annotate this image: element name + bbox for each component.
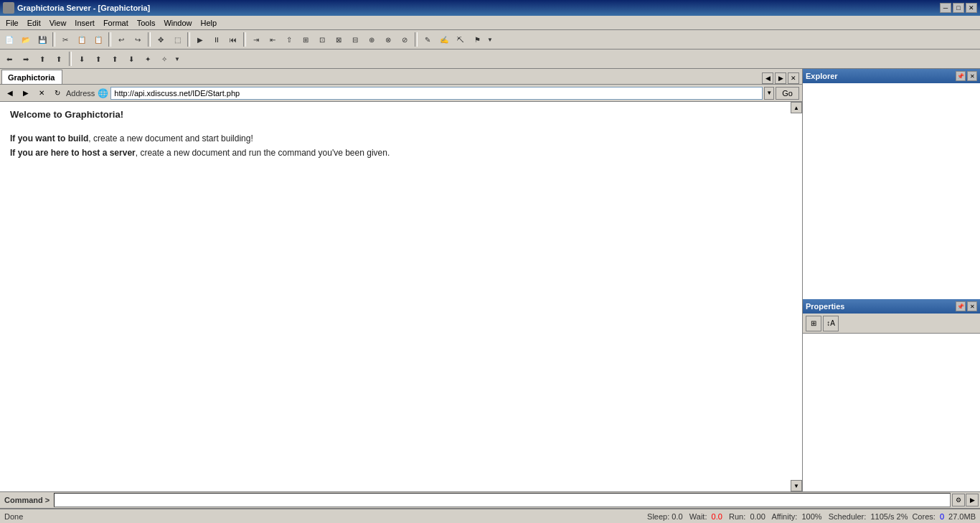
properties-panel: Properties 📌 ✕ ⊞ ↕A [803,299,980,491]
nav-refresh-btn[interactable]: ↻ [50,87,65,100]
tb2-b7[interactable]: ⬆ [107,51,123,67]
explorer-panel: Explorer 📌 ✕ [803,69,980,299]
properties-toolbar: ⊞ ↕A [803,314,980,334]
address-dropdown-btn[interactable]: ▼ [764,87,774,100]
sep3 [148,32,151,47]
tb-a9[interactable]: ⊗ [380,32,396,47]
cmd-settings-btn[interactable]: ⚙ [952,494,965,506]
status-memory: 27.0MB [948,512,976,521]
tb-b4[interactable]: ⚑ [469,32,485,47]
tb-a3[interactable]: ⇧ [281,32,297,47]
sep5 [243,32,246,47]
tab-close-btn[interactable]: ✕ [788,72,799,84]
tb2-b5[interactable]: ⬇ [74,51,90,67]
nav-forward-btn[interactable]: ▶ [19,87,33,100]
tb2-b4[interactable]: ⬆ [51,51,67,67]
explorer-pin-btn[interactable]: 📌 [956,71,966,81]
tb-cut[interactable]: ✂ [57,32,73,47]
tb-move[interactable]: ✥ [153,32,169,47]
tb-a4[interactable]: ⊞ [298,32,314,47]
tb-select[interactable]: ⬚ [169,32,185,47]
tb-paste[interactable]: 📋 [90,32,106,47]
explorer-title: Explorer [806,72,838,80]
menu-file[interactable]: File [1,17,23,29]
prop-sort-btn[interactable]: ↕A [823,316,839,331]
window-title: Graphictoria Server - [Graphictoria] [17,4,150,12]
content-area: ▲ Welcome to Graphictoria! If you want t… [0,102,802,491]
tb-open[interactable]: 📂 [18,32,34,47]
tb-redo[interactable]: ↪ [130,32,146,47]
tb-dropdown1[interactable]: ▼ [486,32,494,47]
tb-b1[interactable]: ✎ [420,32,435,47]
tab-right-btn[interactable]: ▶ [775,72,786,84]
address-bar: ◀ ▶ ✕ ↻ Address 🌐 ▼ Go [0,85,802,102]
menu-edit[interactable]: Edit [23,17,45,29]
menu-insert[interactable]: Insert [70,17,99,29]
close-button[interactable]: ✕ [966,3,977,13]
tb-a2[interactable]: ⇤ [265,32,281,47]
address-input[interactable] [110,87,763,100]
tb2-b10[interactable]: ✧ [156,51,172,67]
command-input[interactable] [54,493,951,507]
tb-b2[interactable]: ✍ [436,32,452,47]
content-line2: If you are here to host a server, create… [10,146,792,160]
prop-grid-btn[interactable]: ⊞ [806,316,821,331]
go-button[interactable]: Go [776,87,799,100]
tab-left-btn[interactable]: ◀ [762,72,773,84]
tb-a5[interactable]: ⊡ [314,32,330,47]
tb-new[interactable]: 📄 [1,32,17,47]
minimize-button[interactable]: ─ [940,3,951,13]
scroll-down-btn[interactable]: ▼ [791,480,802,491]
menu-bar: File Edit View Insert Format Tools Windo… [0,16,980,30]
tb-step[interactable]: ⏮ [225,32,241,47]
command-label: Command > [0,496,54,504]
tb-a1[interactable]: ⇥ [248,32,264,47]
tb2-b8[interactable]: ⬇ [123,51,139,67]
tb-run[interactable]: ▶ [192,32,208,47]
cmd-arrow-btn[interactable]: ▶ [966,494,979,506]
scroll-up-btn[interactable]: ▲ [791,102,802,113]
status-cores: Cores: 0 [912,512,944,521]
maximize-button[interactable]: □ [953,3,964,13]
menu-help[interactable]: Help [197,17,222,29]
tb2-b1[interactable]: ⬅ [1,51,17,67]
sep4 [187,32,190,47]
tb2-dropdown[interactable]: ▼ [173,51,182,67]
tb-save[interactable]: 💾 [34,32,50,47]
menu-format[interactable]: Format [99,17,133,29]
menu-tools[interactable]: Tools [133,17,160,29]
tab-controls: ◀ ▶ ✕ [762,72,801,84]
sep6 [415,32,418,47]
properties-pin-btn[interactable]: 📌 [956,301,966,311]
right-panels: Explorer 📌 ✕ Properties 📌 ✕ ⊞ ↕A [802,69,980,491]
tb-a8[interactable]: ⊕ [364,32,380,47]
tb-a7[interactable]: ⊟ [347,32,363,47]
properties-close-btn[interactable]: ✕ [967,301,977,311]
status-done: Done [4,512,23,521]
tb2-b2[interactable]: ➡ [18,51,34,67]
tb2-b9[interactable]: ✦ [140,51,156,67]
tb2-b3[interactable]: ⬆ [34,51,50,67]
menu-window[interactable]: Window [159,17,196,29]
tb-b3[interactable]: ⛏ [453,32,468,47]
command-bar: Command > ⚙ ▶ [0,491,980,509]
toolbar-row-1: 📄 📂 💾 ✂ 📋 📋 ↩ ↪ ✥ ⬚ ▶ ⏸ ⏮ ⇥ ⇤ ⇧ ⊞ ⊡ ⊠ ⊟ … [0,30,980,50]
tb-pause[interactable]: ⏸ [209,32,225,47]
nav-stop-btn[interactable]: ✕ [34,87,49,100]
tb2-b6[interactable]: ⬆ [90,51,106,67]
tb-undo[interactable]: ↩ [113,32,129,47]
tb-copy[interactable]: 📋 [74,32,90,47]
menu-view[interactable]: View [45,17,71,29]
properties-title: Properties [806,302,844,311]
line2-bold: If you are here to host a server [10,148,136,158]
properties-content [803,334,980,491]
nav-back-btn[interactable]: ◀ [3,87,17,100]
explorer-header: Explorer 📌 ✕ [803,69,980,83]
welcome-title: Welcome to Graphictoria! [10,109,792,120]
toolbar-row-2: ⬅ ➡ ⬆ ⬆ ⬇ ⬆ ⬆ ⬇ ✦ ✧ ▼ [0,50,980,69]
tb-a6[interactable]: ⊠ [331,32,347,47]
tb-a10[interactable]: ⊘ [397,32,413,47]
main-area: Graphictoria ◀ ▶ ✕ ◀ ▶ ✕ ↻ Address 🌐 ▼ G… [0,69,980,491]
document-tab[interactable]: Graphictoria [1,70,62,84]
explorer-close-btn[interactable]: ✕ [967,71,977,81]
